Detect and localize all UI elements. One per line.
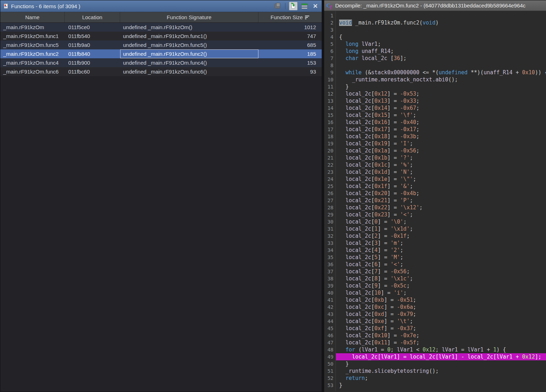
code-line[interactable]: 3 <box>324 26 546 33</box>
table-row[interactable]: _main.rF91kzOm.func2011fb840undefined _m… <box>0 49 322 58</box>
code-text[interactable]: local_2c[3] = 'm'; <box>336 240 546 247</box>
code-text[interactable]: local_2c[0x1e] = '\"'; <box>336 176 546 183</box>
code-text[interactable]: local_2c[0x21] = 'P'; <box>336 197 546 204</box>
cell-signature[interactable]: undefined _main.rF91kzOm() <box>120 23 258 32</box>
code-text[interactable]: } <box>336 83 546 90</box>
cell-size[interactable]: 685 <box>258 41 322 49</box>
code-text[interactable]: long unaff_R14; <box>336 48 546 55</box>
code-text[interactable]: local_2c[0x1f] = '&'; <box>336 183 546 190</box>
code-text[interactable]: local_2c[1] = '\x1d'; <box>336 225 546 232</box>
cell-name[interactable]: _main.rF91kzOm.func5 <box>0 41 65 49</box>
code-line[interactable]: 19 local_2c[0x19] = 'I'; <box>324 140 546 147</box>
code-text[interactable]: local_2c[0xc] = -0x6a; <box>336 304 546 311</box>
code-line[interactable]: 9 while (&stack0x00000000 <= *(undefined… <box>324 69 546 76</box>
code-text[interactable]: local_2c[0x20] = -0x4b; <box>336 190 546 197</box>
code-text[interactable]: local_2c[0x1d] = 'N'; <box>336 168 546 176</box>
column-header-size[interactable]: Function Size <box>258 12 322 22</box>
code-text[interactable]: } <box>336 360 546 367</box>
code-line[interactable]: 53} <box>324 382 546 389</box>
code-text[interactable]: while (&stack0x00000000 <= *(undefined *… <box>336 69 546 76</box>
code-line[interactable]: 25 local_2c[0x1f] = '&'; <box>324 183 546 190</box>
code-line[interactable]: 2void _main.rF91kzOm.func2(void) <box>324 19 546 26</box>
code-line[interactable]: 33 local_2c[3] = 'm'; <box>324 240 546 247</box>
code-line[interactable]: 52 return; <box>324 375 546 382</box>
code-text[interactable] <box>336 12 546 19</box>
code-line[interactable]: 29 local_2c[0x23] = '<'; <box>324 211 546 218</box>
code-line[interactable]: 14 local_2c[0x14] = -0x67; <box>324 104 546 112</box>
code-line[interactable]: 35 local_2c[5] = 'M'; <box>324 254 546 261</box>
code-line[interactable]: 10 _runtime.morestack_noctxt.abi0(); <box>324 76 546 83</box>
code-text[interactable]: local_2c[10] = 'i'; <box>336 289 546 296</box>
code-text[interactable]: local_2c[0x12] = -0x53; <box>336 90 546 97</box>
code-text[interactable]: local_2c[0x1c] = '%'; <box>336 161 546 168</box>
code-text[interactable]: } <box>336 382 546 389</box>
cell-location[interactable]: 011fb840 <box>65 49 120 58</box>
cell-name[interactable]: _main.rF91kzOm.func2 <box>0 49 65 58</box>
code-line[interactable]: 24 local_2c[0x1e] = '\"'; <box>324 176 546 183</box>
cell-name[interactable]: _main.rF91kzOm.func6 <box>0 67 65 76</box>
code-text[interactable]: local_2c[lVar1] = local_2c[lVar1] - loca… <box>336 353 546 360</box>
code-line[interactable]: 11 } <box>324 83 546 90</box>
code-line[interactable]: 36 local_2c[6] = '<'; <box>324 261 546 268</box>
code-text[interactable]: local_2c[0x1b] = '?'; <box>336 154 546 161</box>
cell-size[interactable]: 153 <box>258 58 322 67</box>
cell-size[interactable]: 747 <box>258 32 322 41</box>
code-line[interactable]: 30 local_2c[0] = '\0'; <box>324 218 546 225</box>
code-text[interactable]: local_2c[0xe] = '\t'; <box>336 318 546 325</box>
code-text[interactable]: local_2c[5] = 'M'; <box>336 254 546 261</box>
code-line[interactable]: 26 local_2c[0x20] = -0x4b; <box>324 190 546 197</box>
cell-size[interactable]: 1012 <box>258 23 322 32</box>
cell-location[interactable]: 011fbc60 <box>65 67 120 76</box>
code-text[interactable]: _runtime.morestack_noctxt.abi0(); <box>336 76 546 83</box>
code-line[interactable]: 17 local_2c[0x17] = -0x17; <box>324 126 546 133</box>
code-text[interactable]: local_2c[0x11] = -0x5f; <box>336 339 546 346</box>
code-line[interactable]: 48 for (lVar1 = 0; lVar1 < 0x12; lVar1 =… <box>324 346 546 353</box>
cell-signature[interactable]: undefined _main.rF91kzOm.func1() <box>120 32 258 41</box>
code-line[interactable]: 46 local_2c[0x10] = -0x7e; <box>324 332 546 339</box>
cell-location[interactable]: 011fb900 <box>65 58 120 67</box>
document-green-arrow-icon[interactable] <box>289 2 298 10</box>
code-text[interactable]: for (lVar1 = 0; lVar1 < 0x12; lVar1 = lV… <box>336 346 546 353</box>
table-row[interactable]: _main.rF91kzOm.func4011fb900undefined _m… <box>0 58 322 67</box>
code-text[interactable]: local_2c[0x16] = -0x40; <box>336 119 546 126</box>
code-text[interactable]: local_2c[0x17] = -0x17; <box>336 126 546 133</box>
cell-signature[interactable]: undefined _main.rF91kzOm.func5() <box>120 41 258 49</box>
cell-size[interactable]: 185 <box>258 49 322 58</box>
code-line[interactable]: 38 local_2c[8] = '\x1c'; <box>324 275 546 282</box>
code-line[interactable]: 34 local_2c[4] = '2'; <box>324 247 546 254</box>
code-text[interactable] <box>336 26 546 33</box>
code-text[interactable]: local_2c[0x10] = -0x7e; <box>336 332 546 339</box>
code-text[interactable]: local_2c[9] = -0x5c; <box>336 282 546 289</box>
table-row[interactable]: _main.rF91kzOm.func5011fb9a0undefined _m… <box>0 41 322 49</box>
code-line[interactable]: 40 local_2c[10] = 'i'; <box>324 289 546 296</box>
table-row[interactable]: _main.rF91kzOm011f5ce0undefined _main.rF… <box>0 23 322 32</box>
code-text[interactable]: local_2c[4] = '2'; <box>336 247 546 254</box>
code-line[interactable]: 12 local_2c[0x12] = -0x53; <box>324 90 546 97</box>
cell-name[interactable]: _main.rF91kzOm <box>0 23 65 32</box>
code-text[interactable]: local_2c[0xb] = -0x51; <box>336 296 546 304</box>
table-row[interactable]: _main.rF91kzOm.func1011fb540undefined _m… <box>0 32 322 41</box>
code-line[interactable]: 8 <box>324 62 546 69</box>
code-text[interactable]: _runtime.slicebytetostring(); <box>336 367 546 375</box>
code-text[interactable]: char local_2c [36]; <box>336 55 546 62</box>
code-line[interactable]: 20 local_2c[0x1a] = -0x56; <box>324 147 546 154</box>
code-text[interactable]: local_2c[0x23] = '<'; <box>336 211 546 218</box>
cell-location[interactable]: 011fb540 <box>65 32 120 41</box>
code-text[interactable]: long lVar1; <box>336 41 546 48</box>
code-line[interactable]: 1 <box>324 12 546 19</box>
code-text[interactable]: local_2c[0] = '\0'; <box>336 218 546 225</box>
code-line[interactable]: 18 local_2c[0x18] = -0x3b; <box>324 133 546 140</box>
column-header-location[interactable]: Location <box>65 12 120 22</box>
column-header-name[interactable]: Name <box>0 12 65 22</box>
code-text[interactable]: local_2c[0x19] = 'I'; <box>336 140 546 147</box>
code-line[interactable]: 15 local_2c[0x15] = '\f'; <box>324 112 546 119</box>
code-line[interactable]: 32 local_2c[2] = -0x1f; <box>324 232 546 240</box>
code-text[interactable]: local_2c[0x18] = -0x3b; <box>336 133 546 140</box>
cell-name[interactable]: _main.rF91kzOm.func1 <box>0 32 65 41</box>
code-line[interactable]: 45 local_2c[0xf] = -0x37; <box>324 325 546 332</box>
cell-name[interactable]: _main.rF91kzOm.func4 <box>0 58 65 67</box>
stacked-rows-icon[interactable] <box>300 2 309 10</box>
code-text[interactable]: local_2c[0x22] = '\x12'; <box>336 204 546 211</box>
code-line[interactable]: 23 local_2c[0x1d] = 'N'; <box>324 168 546 176</box>
code-line[interactable]: 5 long lVar1; <box>324 41 546 48</box>
